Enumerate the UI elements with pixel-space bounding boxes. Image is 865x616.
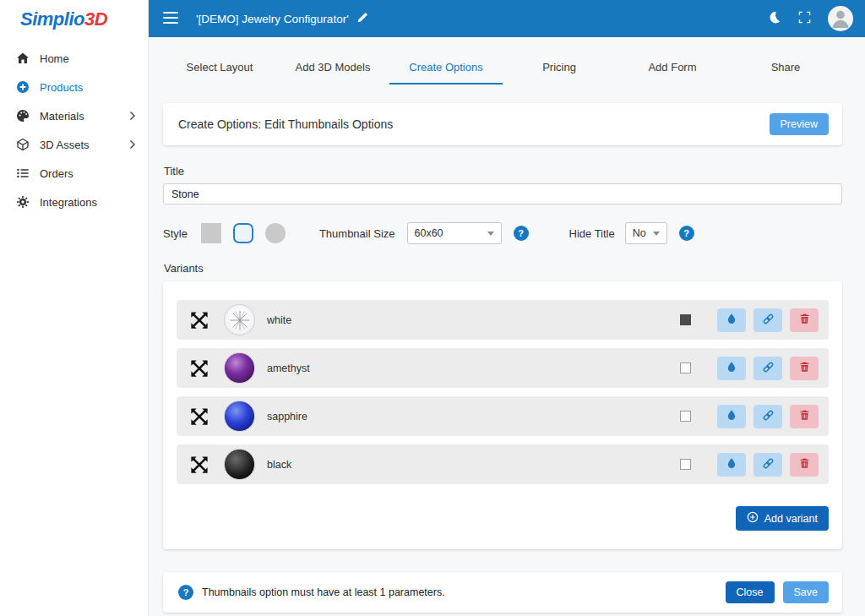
sidebar-item-label: Integrations: [40, 196, 97, 209]
title-input[interactable]: [163, 183, 842, 204]
tab-label: Share: [771, 61, 801, 74]
variant-delete-button[interactable]: [790, 357, 819, 380]
topbar-actions: [767, 6, 853, 31]
logo-text-simplio: Simplio: [20, 8, 84, 30]
home-icon: [16, 52, 30, 65]
person-icon: [830, 8, 851, 31]
title-label: Title: [164, 165, 842, 177]
tab-label: Add 3D Models: [296, 61, 371, 74]
add-variant-label: Add variant: [764, 513, 818, 525]
sidebar-item-integrations[interactable]: Integrations: [0, 188, 148, 216]
tab-select-layout[interactable]: Select Layout: [163, 52, 276, 84]
thumbnail-size-value: 60x60: [415, 227, 443, 239]
drag-handle-icon[interactable]: [190, 359, 209, 378]
variant-material-button[interactable]: [717, 308, 746, 332]
sidebar-item-orders[interactable]: Orders: [0, 159, 148, 188]
variant-thumbnail[interactable]: [224, 352, 255, 384]
style-option-circle[interactable]: [265, 223, 286, 243]
sidebar-item-label: Orders: [40, 167, 73, 180]
moon-icon: [767, 10, 781, 27]
fullscreen-button[interactable]: [798, 11, 811, 26]
tab-label: Create Options: [409, 61, 482, 74]
logo[interactable]: Simplio3D: [0, 0, 148, 39]
project-title-text: '[DEMO] Jewelry Configurator': [196, 13, 349, 25]
footer-note: ? Thumbnails option must have at least 1…: [178, 585, 445, 600]
hide-title-label: Hide Title: [569, 227, 615, 240]
thumbnail-size-select[interactable]: 60x60: [407, 222, 502, 244]
tab-pricing[interactable]: Pricing: [503, 52, 616, 84]
sidebar-item-label: 3D Assets: [40, 139, 90, 151]
add-variant-button[interactable]: Add variant: [736, 506, 829, 531]
variant-row: sapphire: [177, 396, 829, 436]
tab-share[interactable]: Share: [729, 52, 842, 84]
variant-material-button[interactable]: [717, 357, 746, 380]
cube-icon: [16, 138, 30, 151]
drag-handle-icon[interactable]: [190, 455, 209, 474]
droplet-icon: [726, 409, 737, 423]
style-option-square[interactable]: [201, 223, 221, 243]
menu-toggle-button[interactable]: [160, 7, 181, 31]
tab-create-options[interactable]: Create Options: [389, 52, 503, 84]
link-icon: [762, 457, 775, 472]
variant-row: amethyst: [177, 348, 829, 388]
drag-handle-icon[interactable]: [190, 407, 209, 426]
variant-material-button[interactable]: [717, 405, 746, 428]
edit-pencil-icon[interactable]: [356, 12, 368, 26]
variant-actions: [680, 357, 819, 380]
tab-add-3d-models[interactable]: Add 3D Models: [276, 52, 389, 84]
chevron-down-icon: [487, 232, 494, 236]
trash-icon: [799, 457, 810, 472]
sidebar-item-label: Products: [40, 81, 83, 94]
variant-thumbnail[interactable]: [224, 401, 255, 432]
variant-checkbox[interactable]: [680, 411, 691, 422]
variant-link-button[interactable]: [753, 453, 782, 477]
footer-actions: Close Save: [726, 581, 829, 603]
info-help-icon: ?: [178, 585, 193, 600]
close-button[interactable]: Close: [726, 581, 775, 603]
style-label: Style: [163, 227, 188, 240]
tab-bar: Select Layout Add 3D Models Create Optio…: [163, 52, 842, 84]
sidebar-item-label: Home: [40, 52, 69, 65]
sidebar-item-products[interactable]: Products: [0, 73, 148, 101]
variant-link-button[interactable]: [753, 405, 782, 428]
drag-handle-icon[interactable]: [190, 311, 209, 330]
variant-delete-button[interactable]: [790, 453, 819, 477]
hide-title-help-icon[interactable]: ?: [679, 226, 694, 241]
sidebar-nav: Home Products Materials: [0, 39, 148, 216]
dark-mode-button[interactable]: [767, 10, 781, 27]
sidebar-item-home[interactable]: Home: [0, 44, 148, 73]
hide-title-select[interactable]: No: [625, 222, 667, 244]
trash-icon: [799, 313, 810, 327]
hamburger-icon: [162, 10, 179, 28]
style-option-rounded-square[interactable]: [233, 223, 253, 243]
variant-thumbnail[interactable]: [224, 449, 255, 480]
style-row: Style Thumbnail Size 60x60 ? Hide Title …: [163, 222, 842, 244]
variant-link-button[interactable]: [753, 308, 782, 332]
list-icon: [16, 166, 30, 180]
variant-checkbox[interactable]: [680, 363, 691, 373]
tab-add-form[interactable]: Add Form: [616, 52, 729, 84]
variant-checkbox[interactable]: [680, 459, 691, 470]
variant-name: amethyst: [267, 363, 310, 374]
variant-delete-button[interactable]: [790, 405, 819, 428]
sidebar-item-3d-assets[interactable]: 3D Assets: [0, 130, 148, 159]
variants-card: white: [163, 281, 842, 549]
variant-material-button[interactable]: [717, 453, 746, 477]
save-button[interactable]: Save: [783, 581, 830, 603]
thumbnail-size-help-icon[interactable]: ?: [514, 226, 529, 241]
variant-name: sapphire: [267, 411, 307, 422]
preview-button[interactable]: Preview: [770, 113, 829, 135]
chevron-down-icon: [653, 232, 660, 236]
sidebar-item-materials[interactable]: Materials: [0, 101, 148, 130]
variant-link-button[interactable]: [753, 357, 782, 380]
tab-label: Pricing: [542, 61, 576, 74]
footer-bar: ? Thumbnails option must have at least 1…: [163, 572, 842, 613]
app-root: Simplio3D .logo span:first-child{color:#…: [0, 0, 865, 616]
variant-delete-button[interactable]: [790, 308, 819, 332]
footer-note-text: Thumbnails option must have at least 1 p…: [202, 586, 445, 598]
user-avatar[interactable]: [828, 6, 853, 31]
panel-header: Create Options: Edit Thumbnails Options …: [163, 103, 842, 145]
variant-thumbnail[interactable]: [224, 304, 255, 335]
droplet-icon: [726, 313, 737, 327]
variant-checkbox[interactable]: [680, 314, 691, 325]
